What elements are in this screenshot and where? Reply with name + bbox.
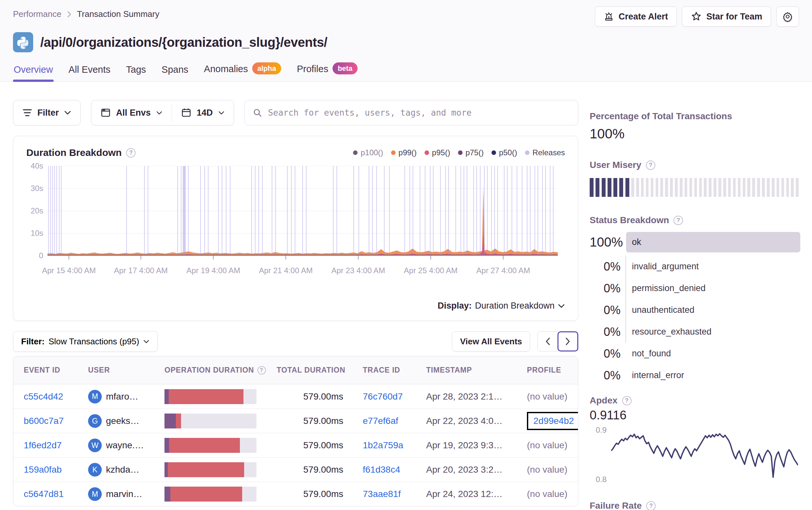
duration-breakdown-title: Duration Breakdown ? xyxy=(26,147,136,158)
column-header-total-duration[interactable]: TOTAL DURATION xyxy=(277,366,363,374)
event-id-link[interactable]: c55c4d42 xyxy=(24,391,63,401)
column-header-operation-duration[interactable]: OPERATION DURATION? xyxy=(165,366,277,374)
timestamp-value: Apr 24, 2023 12:… xyxy=(426,489,502,499)
help-icon[interactable]: ? xyxy=(126,148,136,157)
tab-tags[interactable]: Tags xyxy=(125,62,147,82)
help-icon[interactable]: ? xyxy=(646,501,656,510)
gear-icon xyxy=(782,11,793,22)
status-row-ok: 100%ok xyxy=(590,232,800,252)
event-id-link[interactable]: c5647d81 xyxy=(24,489,64,499)
alpha-badge: alpha xyxy=(252,62,281,74)
misery-tick-empty xyxy=(728,178,731,197)
tab-bar: OverviewAll EventsTagsSpansAnomaliesalph… xyxy=(13,61,799,82)
star-for-team-button[interactable]: Star for Team xyxy=(682,6,771,27)
misery-tick-filled xyxy=(590,178,593,197)
column-header-user[interactable]: USER xyxy=(88,366,165,374)
help-icon[interactable]: ? xyxy=(646,160,655,170)
misery-tick-filled xyxy=(608,178,611,197)
operation-duration-bar xyxy=(165,414,257,428)
legend-item-p99[interactable]: p99() xyxy=(391,148,417,157)
event-id-link[interactable]: 1f6ed2d7 xyxy=(24,440,62,450)
search-input[interactable] xyxy=(268,108,570,118)
legend-item-p95[interactable]: p95() xyxy=(425,148,450,157)
profile-cell: 2d99e4b2 xyxy=(527,412,578,430)
trace-id-link[interactable]: f61d38c4 xyxy=(363,464,400,475)
help-icon[interactable]: ? xyxy=(257,366,266,374)
x-axis-label: Apr 17 4:00 AM xyxy=(114,266,168,275)
legend-label: p99() xyxy=(399,148,417,157)
profile-id-link[interactable]: 2d99e4b2 xyxy=(533,416,574,426)
operation-duration-bar xyxy=(165,438,257,453)
profile-no-value: (no value) xyxy=(527,489,568,499)
event-id-cell: 1f6ed2d7 xyxy=(24,440,88,451)
tab-label: All Events xyxy=(68,64,111,75)
next-page-button[interactable] xyxy=(557,331,578,352)
create-alert-button[interactable]: Create Alert xyxy=(595,6,677,27)
legend-item-p75[interactable]: p75() xyxy=(458,148,484,157)
column-header-label: OPERATION DURATION xyxy=(165,366,254,374)
profile-cell: (no value) xyxy=(527,464,578,475)
avatar: W xyxy=(88,439,102,452)
help-icon[interactable]: ? xyxy=(622,396,632,406)
misery-tick-empty xyxy=(747,178,750,197)
column-header-event-id[interactable]: EVENT ID xyxy=(24,366,88,374)
column-header-label: TIMESTAMP xyxy=(426,366,472,374)
misery-tick-empty xyxy=(714,178,717,197)
total-duration-value: 579.00ms xyxy=(277,464,343,475)
profile-cell: (no value) xyxy=(527,391,578,402)
transaction-summary-page: Performance Transaction Summary Creat xyxy=(0,0,812,510)
breadcrumb-performance[interactable]: Performance xyxy=(13,9,61,19)
trace-id-link[interactable]: 1b2a759a xyxy=(363,440,403,450)
legend-item-Releases[interactable]: Releases xyxy=(525,148,565,157)
trace-id-link[interactable]: 76c760d7 xyxy=(363,391,403,401)
legend-item-p100[interactable]: p100() xyxy=(353,148,383,157)
view-all-events-button[interactable]: View All Events xyxy=(452,331,530,352)
misery-tick-empty xyxy=(631,178,634,197)
previous-page-button[interactable] xyxy=(537,331,558,352)
status-label-text: resource_exhausted xyxy=(626,321,800,343)
event-id-link[interactable]: b600c7a7 xyxy=(24,416,64,426)
x-axis-label: Apr 27 4:00 AM xyxy=(476,266,530,275)
y-axis-label: 10s xyxy=(13,229,43,238)
misery-tick-empty xyxy=(641,178,644,197)
settings-button[interactable] xyxy=(776,6,799,27)
duration-chart-svg xyxy=(48,166,558,261)
total-duration-value: 579.00ms xyxy=(277,416,343,426)
x-axis-label: Apr 15 4:00 AM xyxy=(42,266,95,275)
user-cell: Kkzhda… xyxy=(88,463,165,477)
total-duration-cell: 579.00ms xyxy=(277,440,363,451)
display-dropdown[interactable]: Display: Duration Breakdown xyxy=(13,301,578,321)
column-header-trace-id[interactable]: TRACE ID xyxy=(363,366,426,374)
trace-id-link[interactable]: e77ef6af xyxy=(363,416,398,426)
star-icon xyxy=(691,11,702,22)
misery-tick-empty xyxy=(772,178,775,197)
tab-all-events[interactable]: All Events xyxy=(68,62,111,82)
filter-dropdown[interactable]: Filter xyxy=(13,100,81,125)
filter-lines-icon xyxy=(23,109,32,117)
help-icon[interactable]: ? xyxy=(673,216,683,225)
tab-anomalies[interactable]: Anomaliesalpha xyxy=(203,61,282,82)
total-duration-cell: 579.00ms xyxy=(277,464,363,475)
column-header-profile[interactable]: PROFILE xyxy=(527,366,578,374)
legend-item-p50[interactable]: p50() xyxy=(492,148,517,157)
status-label-text: not_found xyxy=(626,343,800,364)
legend-label: Releases xyxy=(532,148,565,157)
slow-transactions-filter[interactable]: Filter: Slow Transactions (p95) xyxy=(13,331,158,352)
tab-overview[interactable]: Overview xyxy=(13,62,54,82)
tab-label: Anomalies xyxy=(204,64,248,74)
event-id-link[interactable]: 159a0fab xyxy=(24,464,62,475)
trace-id-cell: e77ef6af xyxy=(363,416,426,426)
misery-tick-empty xyxy=(767,178,770,197)
tab-label: Tags xyxy=(126,64,146,75)
date-range-dropdown[interactable]: 14D xyxy=(172,100,234,125)
trace-id-link[interactable]: 73aae81f xyxy=(363,489,401,499)
column-header-timestamp[interactable]: TIMESTAMP xyxy=(426,366,527,374)
tab-profiles[interactable]: Profilesbeta xyxy=(296,61,358,82)
misery-tick-empty xyxy=(791,178,794,197)
table-row: b600c7a7Ggeeks…579.00mse77ef6afApr 22, 2… xyxy=(13,409,578,433)
operation-duration-cell xyxy=(165,414,277,428)
event-id-cell: c5647d81 xyxy=(24,489,88,499)
pct-total-transactions-value: 100% xyxy=(590,126,800,142)
environment-dropdown[interactable]: All Envs xyxy=(91,100,172,125)
tab-spans[interactable]: Spans xyxy=(161,62,189,82)
